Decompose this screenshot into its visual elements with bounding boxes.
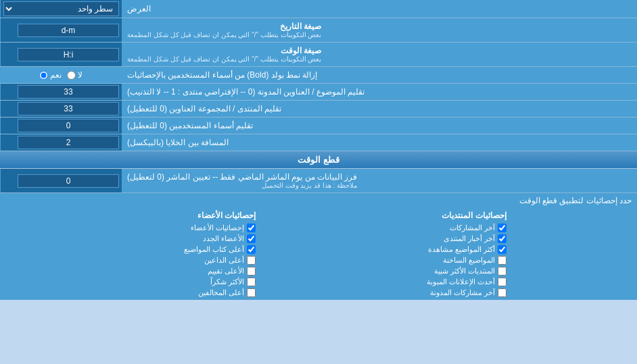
checkbox-top-callers: أعلى الداعين <box>5 256 256 265</box>
main-container: العرض سطر واحد سطرين ثلاثة أسطر صيغة الت… <box>0 0 637 300</box>
checkbox-blog-posts: آخر مشاركات المدونة <box>256 288 506 297</box>
checkbox-top-violators: أعلى المخالفين <box>5 288 256 297</box>
apply-label-text: حدد إحصائيات لتطبيق قطع الوقت <box>5 196 632 205</box>
forum-headings-row: تقليم المنتدى / المجموعة العناوين (0 للت… <box>0 101 637 118</box>
cell-spacing-label: المسافة بين الخلايا (بالبيكسل) <box>122 134 637 151</box>
chk-most-viewed[interactable] <box>498 245 506 254</box>
checkbox-forum-news: آخر أخبار المنتدى <box>256 234 506 243</box>
checkbox-top-rated: الأعلى تقييم <box>5 267 256 276</box>
cut-time-section-header: قطع الوقت <box>0 151 637 169</box>
date-format-label: صيغة التاريخ بعض التكوينات يتطلب "/" الت… <box>122 18 637 42</box>
chk-forum-news[interactable] <box>498 234 506 243</box>
checkbox-new-members: الأعضاء الجدد <box>5 234 256 243</box>
chk-top-callers[interactable] <box>247 256 256 265</box>
forums-stats-title: إحصائيات المنتديات <box>256 211 506 222</box>
radio-no-label[interactable]: لا <box>67 70 82 80</box>
chk-hot-topics[interactable] <box>498 256 506 265</box>
bold-remove-radio-cell: نعم لا <box>0 67 122 83</box>
display-mode-row: العرض سطر واحد سطرين ثلاثة أسطر <box>0 0 637 18</box>
display-mode-select[interactable]: سطر واحد سطرين ثلاثة أسطر <box>3 1 119 16</box>
chk-top-rated[interactable] <box>247 267 256 276</box>
checkbox-similar-forums: المنتديات الأكثر شبية <box>256 267 506 276</box>
time-format-label: صيغة الوقت بعض التكوينات يتطلب "/" التي … <box>122 43 637 66</box>
members-stats-title: إحصائيات الأعضاء <box>5 211 256 222</box>
time-format-input[interactable] <box>18 48 119 61</box>
usernames-trim-input[interactable] <box>18 119 119 132</box>
chk-blog-posts[interactable] <box>498 288 506 297</box>
radio-yes[interactable] <box>39 71 48 80</box>
cell-spacing-row: المسافة بين الخلايا (بالبيكسل) <box>0 134 637 151</box>
forum-headings-input-cell <box>0 101 122 117</box>
date-format-input-cell <box>0 18 122 42</box>
forum-headings-input[interactable] <box>18 102 119 115</box>
forum-headings-label: تقليم المنتدى / المجموعة العناوين (0 للت… <box>122 101 637 117</box>
apply-row: حدد إحصائيات لتطبيق قطع الوقت <box>0 193 637 208</box>
topic-headings-row: تقليم الموضوع / العناوين المدونة (0 -- ا… <box>0 84 637 101</box>
topic-headings-input-cell <box>0 84 122 100</box>
chk-last-posts[interactable] <box>498 224 506 232</box>
checkbox-classified-ads: أحدث الإعلانات المبوبة <box>256 278 506 286</box>
chk-classified-ads[interactable] <box>498 278 506 286</box>
usernames-trim-row: تقليم أسماء المستخدمين (0 للتعطيل) <box>0 118 637 134</box>
cell-spacing-input[interactable] <box>18 136 119 149</box>
display-mode-input-cell: سطر واحد سطرين ثلاثة أسطر <box>0 0 122 18</box>
checkboxes-area: إحصائيات المنتديات آخر المشاركات آخر أخب… <box>0 208 637 300</box>
chk-top-violators[interactable] <box>247 288 256 297</box>
checkbox-top-authors: أعلى كتاب المواضيع <box>5 245 256 254</box>
checkbox-col-empty <box>506 211 632 297</box>
chk-most-thanked[interactable] <box>247 278 256 286</box>
time-format-input-cell <box>0 43 122 66</box>
checkbox-col-members: إحصائيات الأعضاء إحصائيات الأعضاء الأعضا… <box>5 211 256 297</box>
cell-spacing-input-cell <box>0 134 122 151</box>
date-format-input[interactable] <box>18 24 119 37</box>
topic-headings-input[interactable] <box>18 85 119 99</box>
checkbox-most-viewed: أكثر المواضيع مشاهدة <box>256 245 506 254</box>
topic-headings-label: تقليم الموضوع / العناوين المدونة (0 -- ا… <box>122 84 637 100</box>
cut-time-row: فرز البيانات من يوم الماشر الماضي فقط --… <box>0 169 637 193</box>
date-format-row: صيغة التاريخ بعض التكوينات يتطلب "/" الت… <box>0 18 637 43</box>
usernames-trim-input-cell <box>0 118 122 134</box>
time-format-row: صيغة الوقت بعض التكوينات يتطلب "/" التي … <box>0 43 637 67</box>
cut-time-label: فرز البيانات من يوم الماشر الماضي فقط --… <box>122 169 637 192</box>
bold-remove-row: إزالة نمط بولد (Bold) من أسماء المستخدمي… <box>0 67 637 84</box>
chk-new-members[interactable] <box>247 234 256 243</box>
checkbox-members-stats: إحصائيات الأعضاء <box>5 224 256 232</box>
cut-time-input[interactable] <box>18 174 119 188</box>
bold-remove-label: إزالة نمط بولد (Bold) من أسماء المستخدمي… <box>122 67 637 83</box>
radio-yes-label[interactable]: نعم <box>39 70 62 80</box>
checkbox-last-posts: آخر المشاركات <box>256 224 506 232</box>
cut-time-input-cell <box>0 169 122 192</box>
radio-no[interactable] <box>67 71 76 80</box>
checkbox-most-thanked: الأكثر شكراً <box>5 278 256 286</box>
checkbox-hot-topics: المواضيع الساخنة <box>256 256 506 265</box>
checkbox-col-forums: إحصائيات المنتديات آخر المشاركات آخر أخب… <box>256 211 506 297</box>
display-mode-label: العرض <box>122 0 637 18</box>
chk-similar-forums[interactable] <box>498 267 506 276</box>
chk-top-authors[interactable] <box>247 245 256 254</box>
usernames-trim-label: تقليم أسماء المستخدمين (0 للتعطيل) <box>122 118 637 134</box>
chk-members-stats[interactable] <box>247 224 256 232</box>
